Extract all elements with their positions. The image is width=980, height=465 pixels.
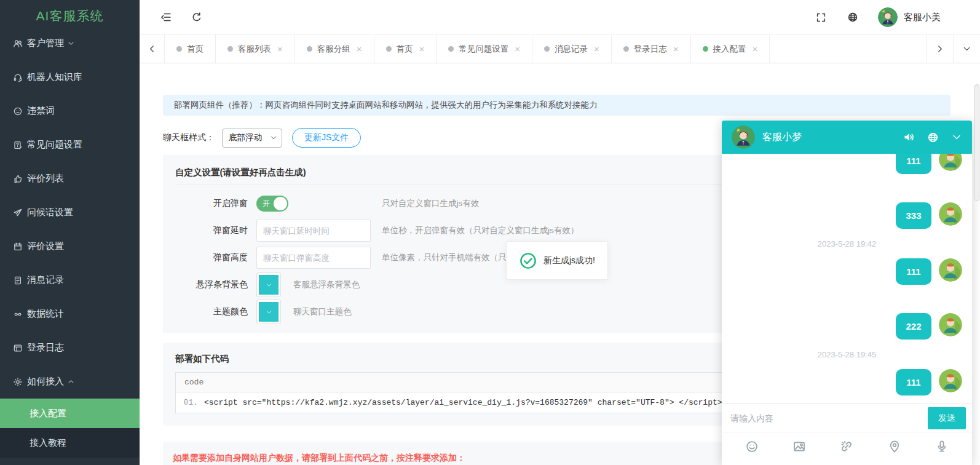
agent-avatar bbox=[732, 125, 755, 149]
sidebar-item-label: 问候语设置 bbox=[27, 207, 73, 218]
rating-settings-icon bbox=[13, 242, 23, 252]
tabs-scroll-left-icon[interactable] bbox=[140, 35, 164, 63]
send-button[interactable]: 发送 bbox=[928, 407, 966, 429]
chat-message-list: 1113332023-5-28 19:421112222023-5-28 19:… bbox=[722, 154, 972, 403]
sidebar-item-greeting[interactable]: 问候语设置 bbox=[0, 196, 140, 229]
chat-widget-header: 客服小梦 bbox=[722, 121, 972, 154]
chat-message-bubble: 222 bbox=[896, 313, 931, 340]
tab-接入配置[interactable]: 接入配置× bbox=[691, 35, 770, 63]
sidebar-item-label: 评价列表 bbox=[27, 173, 64, 185]
chevron-down-icon bbox=[266, 309, 272, 316]
banned-words-icon bbox=[13, 106, 23, 116]
color-picker[interactable] bbox=[256, 300, 281, 324]
tab-客服列表[interactable]: 客服列表× bbox=[216, 35, 295, 63]
settings-text-input[interactable] bbox=[256, 220, 371, 242]
sound-icon[interactable] bbox=[903, 131, 915, 143]
tab-close-icon[interactable]: × bbox=[673, 44, 679, 54]
update-js-button[interactable]: 更新JS文件 bbox=[292, 128, 361, 148]
chat-message-row: 222 bbox=[732, 313, 962, 340]
language-globe-icon[interactable] bbox=[847, 12, 858, 23]
sidebar-subitem-label: 接入教程 bbox=[30, 437, 66, 449]
sidebar-item-connect[interactable]: 如何接入 bbox=[0, 365, 140, 399]
tab-首页[interactable]: 首页 bbox=[165, 35, 216, 63]
sidebar-menu: 客户管理机器人知识库违禁词常见问题设置评价列表问候语设置评价设置消息记录数据统计… bbox=[0, 26, 140, 458]
color-picker[interactable] bbox=[256, 272, 281, 297]
tab-status-dot bbox=[544, 46, 550, 52]
page-scrollbar-thumb[interactable] bbox=[974, 84, 979, 201]
chat-timestamp: 2023-5-28 19:45 bbox=[732, 350, 962, 359]
image-icon[interactable] bbox=[792, 440, 806, 453]
tab-status-dot bbox=[448, 46, 454, 52]
user-name: 客服小美 bbox=[904, 12, 941, 23]
tab-close-icon[interactable]: × bbox=[594, 44, 599, 54]
tab-登录日志[interactable]: 登录日志× bbox=[612, 35, 691, 63]
tab-消息记录[interactable]: 消息记录× bbox=[532, 35, 612, 63]
mic-icon[interactable] bbox=[935, 440, 949, 453]
tabs-scroll-right-icon[interactable] bbox=[926, 35, 953, 63]
fullscreen-icon[interactable] bbox=[816, 12, 826, 23]
tab-close-icon[interactable]: × bbox=[419, 44, 425, 54]
chevron-down-icon bbox=[266, 282, 272, 288]
sidebar-item-label: 数据统计 bbox=[27, 308, 64, 320]
success-check-icon bbox=[519, 252, 537, 270]
emoji-icon[interactable] bbox=[745, 440, 759, 453]
success-toast-text: 新生成js成功! bbox=[543, 255, 595, 266]
tab-bar: 首页客服列表×客服分组×首页×常见问题设置×消息记录×登录日志×接入配置× bbox=[140, 35, 980, 63]
tab-close-icon[interactable]: × bbox=[357, 44, 362, 54]
sidebar-subitem[interactable]: 接入教程 bbox=[0, 428, 140, 458]
sidebar-item-rating-list[interactable]: 评价列表 bbox=[0, 162, 140, 196]
tab-close-icon[interactable]: × bbox=[753, 44, 758, 54]
popup-toggle[interactable]: 开 bbox=[256, 196, 288, 212]
sidebar-item-message-log[interactable]: 消息记录 bbox=[0, 263, 140, 297]
chat-minimize-icon[interactable] bbox=[951, 132, 962, 143]
collapse-menu-icon[interactable] bbox=[160, 12, 172, 23]
settings-row-label: 弹窗延时 bbox=[175, 225, 248, 236]
chat-timestamp: 2023-5-28 19:42 bbox=[732, 239, 962, 248]
sidebar: AI客服系统 客户管理机器人知识库违禁词常见问题设置评价列表问候语设置评价设置消… bbox=[0, 0, 140, 465]
sidebar-item-login-log[interactable]: 登录日志 bbox=[0, 331, 140, 365]
chat-message-row: 111 bbox=[732, 369, 962, 395]
chat-style-select[interactable]: 底部浮动 bbox=[222, 129, 282, 148]
chat-globe-icon[interactable] bbox=[927, 132, 939, 143]
chat-message-input[interactable] bbox=[730, 413, 923, 423]
chat-message-row: 111 bbox=[732, 258, 962, 285]
settings-row-label: 开启弹窗 bbox=[175, 198, 248, 209]
robot-icon bbox=[13, 73, 23, 82]
visitor-avatar bbox=[939, 369, 962, 392]
tab-常见问题设置[interactable]: 常见问题设置× bbox=[437, 35, 532, 63]
sidebar-item-label: 常见问题设置 bbox=[27, 139, 82, 151]
refresh-icon[interactable] bbox=[191, 12, 202, 23]
sidebar-item-label: 登录日志 bbox=[27, 342, 64, 354]
chat-header-icons bbox=[903, 131, 962, 143]
sidebar-item-label: 机器人知识库 bbox=[27, 71, 82, 83]
sidebar-item-label: 评价设置 bbox=[27, 240, 64, 252]
tab-首页[interactable]: 首页× bbox=[374, 35, 437, 63]
user-avatar[interactable] bbox=[878, 7, 898, 27]
sidebar-item-users[interactable]: 客户管理 bbox=[0, 26, 140, 60]
sidebar-item-stats[interactable]: 数据统计 bbox=[0, 297, 140, 331]
sidebar-subitem[interactable]: 接入配置 bbox=[0, 399, 140, 428]
settings-text-input[interactable] bbox=[256, 247, 371, 269]
tab-客服分组[interactable]: 客服分组× bbox=[295, 35, 374, 63]
chevron-down-icon bbox=[13, 39, 128, 47]
sidebar-item-banned-words[interactable]: 违禁词 bbox=[0, 94, 140, 128]
select-chevron-icon bbox=[270, 134, 277, 141]
location-icon[interactable] bbox=[888, 440, 901, 453]
sidebar-item-faq[interactable]: 常见问题设置 bbox=[0, 128, 140, 162]
tab-close-icon[interactable]: × bbox=[277, 44, 283, 54]
tabs-menu-icon[interactable] bbox=[953, 35, 980, 63]
sidebar-item-robot[interactable]: 机器人知识库 bbox=[0, 60, 140, 94]
sidebar-submenu: 接入配置接入教程 bbox=[0, 399, 140, 458]
chevron-up-icon bbox=[13, 378, 128, 386]
tab-close-icon[interactable]: × bbox=[515, 44, 520, 54]
tab-label: 接入配置 bbox=[713, 44, 746, 55]
tab-status-dot bbox=[176, 46, 182, 52]
sidebar-item-rating-settings[interactable]: 评价设置 bbox=[0, 229, 140, 263]
shake-icon[interactable] bbox=[840, 440, 853, 453]
sidebar-subitem-label: 接入配置 bbox=[30, 408, 66, 419]
tab-status-dot bbox=[623, 46, 629, 52]
visitor-avatar bbox=[939, 154, 962, 171]
settings-row-hint: 单位秒，开启弹窗有效（只对自定义窗口生成js有效） bbox=[382, 225, 579, 236]
chat-message-bubble: 111 bbox=[896, 258, 931, 285]
tab-status-dot bbox=[227, 46, 233, 52]
